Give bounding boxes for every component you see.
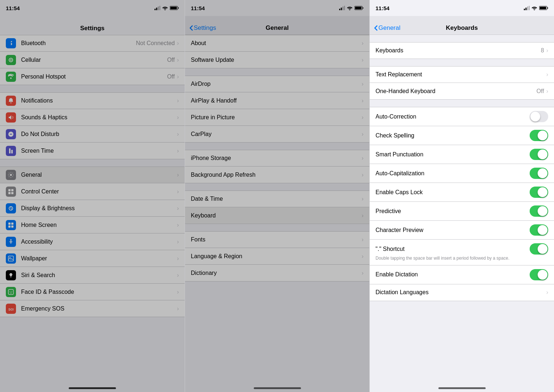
home-indicator-2 — [254, 387, 301, 389]
char-preview-row[interactable]: Character Preview — [370, 221, 554, 240]
general-list[interactable]: About › Software Update › AirDrop › AirP… — [185, 35, 369, 392]
datetime-row[interactable]: Date & Time › — [185, 191, 369, 207]
check-spelling-row[interactable]: Check Spelling — [370, 126, 554, 145]
dictionary-chevron: › — [362, 270, 364, 276]
wallpaper-row[interactable]: Wallpaper › — [0, 250, 185, 267]
language-chevron: › — [362, 253, 364, 260]
one-handed-value: Off — [537, 88, 544, 95]
hotspot-svg — [8, 74, 14, 80]
enable-dictation-toggle[interactable] — [530, 269, 548, 280]
iphone-storage-row[interactable]: iPhone Storage › — [185, 150, 369, 167]
bluetooth-row[interactable]: Bluetooth Not Connected › — [0, 35, 185, 52]
bluetooth-value: Not Connected — [136, 40, 175, 47]
period-shortcut-label: "." Shortcut — [376, 246, 530, 252]
caps-lock-label: Enable Caps Lock — [376, 189, 530, 196]
period-shortcut-toggle[interactable] — [530, 243, 548, 255]
settings-list-1[interactable]: Bluetooth Not Connected › Cellular Off ›… — [0, 35, 185, 392]
text-replacement-row[interactable]: Text Replacement › — [370, 66, 554, 83]
smart-punctuation-row[interactable]: Smart Punctuation — [370, 145, 554, 164]
svg-rect-12 — [8, 189, 11, 191]
sounds-chevron: › — [177, 114, 179, 121]
software-update-label: Software Update — [191, 57, 362, 63]
period-shortcut-row[interactable]: "." Shortcut Double tapping the space ba… — [370, 240, 554, 265]
cellular-row[interactable]: Cellular Off › — [0, 52, 185, 68]
fonts-chevron: › — [362, 236, 364, 243]
svg-point-11 — [10, 174, 12, 176]
caps-lock-thumb — [538, 187, 547, 197]
text-replacement-group: Text Replacement › One-Handed Keyboard O… — [370, 66, 554, 100]
predictive-toggle[interactable] — [530, 205, 548, 217]
bg-refresh-row[interactable]: Background App Refresh › — [185, 167, 369, 183]
faceid-svg — [8, 289, 14, 295]
carplay-row[interactable]: CarPlay › — [185, 126, 369, 143]
sounds-icon — [6, 112, 16, 123]
fonts-row[interactable]: Fonts › — [185, 231, 369, 248]
home-screen-row[interactable]: Home Screen › — [0, 217, 185, 233]
control-center-row[interactable]: Control Center › — [0, 183, 185, 200]
about-row[interactable]: About › — [185, 35, 369, 52]
smart-punctuation-toggle[interactable] — [530, 149, 548, 160]
check-spelling-toggle[interactable] — [530, 130, 548, 141]
airplay-row[interactable]: AirPlay & Handoff › — [185, 92, 369, 109]
svg-rect-29 — [341, 8, 342, 10]
bluetooth-label: Bluetooth — [21, 40, 136, 47]
control-center-icon — [6, 187, 16, 197]
svg-rect-41 — [540, 7, 546, 9]
keyboard-row[interactable]: Keyboard › — [185, 207, 369, 224]
personal-hotspot-row[interactable]: Personal Hotspot Off › — [0, 68, 185, 85]
dictionary-row[interactable]: Dictionary › — [185, 265, 369, 281]
emergency-row[interactable]: SOS Emergency SOS › — [0, 300, 185, 317]
home-indicator-1 — [69, 387, 116, 389]
keyboards-list[interactable]: Keyboards 8 › Text Replacement › One-Han… — [370, 35, 554, 392]
dnd-label: Do Not Disturb — [21, 131, 177, 137]
one-handed-row[interactable]: One-Handed Keyboard Off › — [370, 83, 554, 100]
svg-rect-15 — [11, 192, 13, 194]
sounds-row[interactable]: Sounds & Haptics › — [0, 109, 185, 126]
check-spelling-thumb — [538, 131, 547, 140]
back-button-3[interactable]: General — [374, 24, 400, 32]
predictive-row[interactable]: Predictive — [370, 202, 554, 221]
emergency-icon: SOS — [6, 304, 16, 314]
software-update-row[interactable]: Software Update › — [185, 52, 369, 68]
keyboards-count-row[interactable]: Keyboards 8 › — [370, 42, 554, 59]
auto-correction-toggle[interactable] — [530, 111, 548, 122]
auto-correction-row[interactable]: Auto-Correction — [370, 107, 554, 126]
auto-cap-row[interactable]: Auto-Capitalization — [370, 164, 554, 183]
airdrop-row[interactable]: AirDrop › — [185, 76, 369, 92]
language-row[interactable]: Language & Region › — [185, 248, 369, 265]
svg-text:SOS: SOS — [8, 308, 14, 311]
accessibility-row[interactable]: Accessibility › — [0, 233, 185, 250]
general-group: General › Control Center › Display & Bri… — [0, 167, 185, 317]
carplay-label: CarPlay — [191, 131, 362, 137]
svg-rect-17 — [8, 223, 11, 225]
display-row[interactable]: Display & Brightness › — [0, 200, 185, 217]
svg-rect-2 — [158, 7, 159, 10]
enable-dictation-row[interactable]: Enable Dictation — [370, 265, 554, 284]
back-button-2[interactable]: Settings — [189, 24, 216, 32]
faceid-row[interactable]: Face ID & Passcode › — [0, 284, 185, 300]
pip-row[interactable]: Picture in Picture › — [185, 109, 369, 126]
char-preview-toggle[interactable] — [530, 224, 548, 236]
svg-rect-37 — [527, 7, 528, 10]
caps-lock-toggle[interactable] — [530, 187, 548, 198]
datetime-group: Date & Time › Keyboard › — [185, 191, 369, 224]
keyboard-chevron: › — [362, 212, 364, 219]
bluetooth-svg — [8, 40, 14, 46]
cellular-chevron: › — [177, 57, 179, 63]
dictation-languages-row[interactable]: Dictation Languages › — [370, 284, 554, 301]
caps-lock-row[interactable]: Enable Caps Lock — [370, 183, 554, 202]
dnd-svg — [8, 131, 14, 137]
general-row[interactable]: General › — [0, 167, 185, 183]
dnd-row[interactable]: Do Not Disturb › — [0, 126, 185, 143]
about-label: About — [191, 40, 362, 47]
bg-refresh-label: Background App Refresh — [191, 172, 362, 178]
predictive-label: Predictive — [376, 208, 530, 215]
accessibility-icon — [6, 237, 16, 247]
siri-row[interactable]: Siri & Search › — [0, 267, 185, 284]
screentime-row[interactable]: Screen Time › — [0, 143, 185, 159]
notifications-row[interactable]: Notifications › — [0, 92, 185, 109]
svg-rect-28 — [339, 9, 340, 10]
control-center-label: Control Center — [21, 188, 177, 195]
auto-cap-toggle[interactable] — [530, 168, 548, 179]
text-replacement-label: Text Replacement — [376, 71, 546, 78]
